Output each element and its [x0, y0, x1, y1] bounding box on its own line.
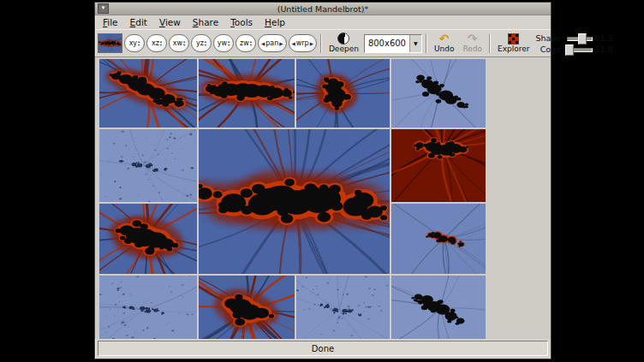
warp-label: wrp — [296, 39, 309, 47]
rotate-xw-label: xw — [173, 39, 182, 47]
spinner-arrows-icon: ▴▾ — [250, 40, 252, 47]
redo-icon: ↷ — [468, 33, 478, 44]
current-fractal-thumbnail — [98, 33, 122, 53]
explorer-icon — [508, 33, 519, 45]
mutation-preview-k[interactable] — [296, 276, 390, 339]
titlebar[interactable]: ▾ (Untitled Mandelbrot)* — [95, 3, 551, 15]
arrow-right-icon: ▶ — [279, 41, 283, 46]
shape-slider-thumb[interactable] — [578, 33, 587, 45]
undo-label: Undo — [434, 45, 455, 54]
fractal-workspace — [95, 57, 551, 339]
shape-value: 61.3 — [595, 33, 616, 43]
redo-button: ↷ Redo — [459, 32, 486, 55]
rotate-zw-button[interactable]: zw ▴▾ — [236, 34, 256, 52]
app-window: ▾ (Untitled Mandelbrot)* File Edit View … — [94, 2, 552, 359]
resolution-combobox[interactable]: 800x600 ▼ — [364, 34, 422, 53]
rotate-zw-label: zw — [240, 39, 249, 47]
color-slider[interactable] — [567, 45, 593, 54]
spinner-arrows-icon: ▴▾ — [228, 40, 230, 47]
arrow-left-icon: ◀ — [292, 41, 295, 46]
color-slider-thumb[interactable] — [565, 45, 574, 56]
menu-share[interactable]: Share — [187, 16, 224, 28]
window-title: (Untitled Mandelbrot)* — [95, 4, 551, 14]
explorer-sliders: Shape: 61.3 Color: 11.8 — [535, 33, 617, 54]
shape-slider-label: Shape: — [535, 33, 564, 43]
menu-tools[interactable]: Tools — [224, 16, 259, 28]
deepen-label: Deepen — [329, 45, 359, 54]
mutation-preview-b[interactable] — [199, 59, 295, 128]
main-fractal-view[interactable] — [199, 129, 390, 274]
menu-view[interactable]: View — [153, 16, 187, 28]
color-value: 11.8 — [595, 45, 616, 54]
arrow-left-icon: ◀ — [261, 41, 265, 46]
spinner-arrows-icon: ▴▾ — [138, 40, 140, 47]
mutation-preview-c[interactable] — [296, 59, 390, 128]
toolbar-separator — [489, 34, 491, 53]
resolution-value: 800x600 — [365, 39, 409, 48]
mutation-preview-e[interactable] — [99, 129, 197, 202]
current-fractal-thumbnail-image — [98, 34, 122, 52]
rotate-xy-label: xy — [129, 39, 137, 47]
mutation-preview-f[interactable] — [391, 129, 486, 202]
mutation-preview-h[interactable] — [391, 204, 486, 274]
pan-label: pan — [265, 39, 278, 47]
toolbar-separator — [320, 34, 322, 53]
undo-button[interactable]: ↶ Undo — [431, 32, 458, 55]
mutation-preview-j[interactable] — [199, 276, 295, 339]
toolbar: xy ▴▾ xz ▴▾ xw ▴▾ yz ▴▾ yw ▴▾ zw ▴▾ ◀ pa… — [95, 29, 551, 57]
spinner-arrows-icon: ▴▾ — [160, 40, 162, 47]
spinner-arrows-icon: ▴▾ — [183, 40, 185, 47]
rotate-xy-button[interactable]: xy ▴▾ — [124, 34, 145, 52]
undo-icon: ↶ — [439, 33, 450, 44]
color-slider-label: Color: — [535, 45, 564, 54]
explorer-grid — [99, 59, 486, 339]
menu-edit[interactable]: Edit — [124, 16, 153, 28]
mutation-preview-i[interactable] — [99, 276, 197, 339]
chevron-down-icon: ▼ — [414, 40, 418, 46]
rotate-yw-label: yw — [218, 39, 227, 47]
mutation-preview-l[interactable] — [391, 276, 486, 339]
explorer-button[interactable]: Explorer — [494, 32, 533, 55]
shape-slider[interactable] — [567, 33, 593, 43]
warp-button[interactable]: ◀ wrp ▶ — [289, 34, 317, 52]
arrow-right-icon: ▶ — [310, 41, 313, 46]
mutation-preview-g[interactable] — [99, 204, 197, 274]
explorer-label: Explorer — [498, 45, 529, 54]
rotate-xw-button[interactable]: xw ▴▾ — [169, 34, 189, 52]
rotate-xz-label: xz — [152, 39, 159, 47]
status-progressbar: Done — [98, 341, 548, 356]
combo-dropdown-button[interactable]: ▼ — [409, 35, 421, 52]
menu-help[interactable]: Help — [259, 16, 291, 28]
window-menu-button[interactable]: ▾ — [98, 3, 109, 14]
spinner-arrows-icon: ▴▾ — [205, 40, 206, 47]
pan-button[interactable]: ◀ pan ▶ — [258, 34, 287, 52]
menubar: File Edit View Share Tools Help — [95, 15, 551, 29]
rotate-xz-button[interactable]: xz ▴▾ — [146, 34, 167, 52]
status-text: Done — [312, 344, 334, 353]
rotate-yz-label: yz — [196, 39, 204, 47]
mutation-preview-a[interactable] — [99, 59, 197, 128]
redo-label: Redo — [462, 45, 482, 54]
rotate-yw-button[interactable]: yw ▴▾ — [213, 34, 234, 52]
toolbar-separator — [426, 34, 427, 53]
deepen-icon — [337, 33, 349, 45]
menu-file[interactable]: File — [97, 16, 124, 28]
deepen-button[interactable]: Deepen — [325, 32, 362, 55]
mutation-preview-d[interactable] — [391, 59, 486, 128]
rotate-yz-button[interactable]: yz ▴▾ — [191, 34, 212, 52]
